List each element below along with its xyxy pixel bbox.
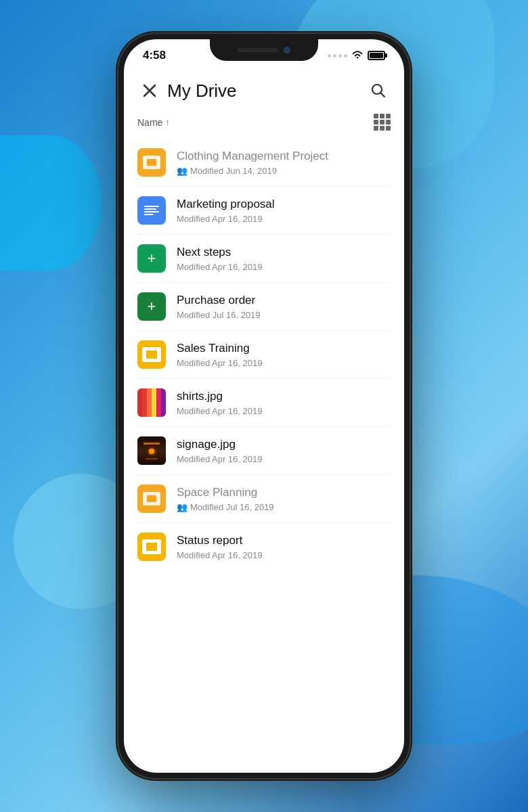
file-name: shirts.jpg	[177, 389, 391, 404]
status-time: 4:58	[143, 49, 166, 62]
sort-button[interactable]: Name ↑	[137, 117, 169, 128]
file-info: Clothing Management Project 👥 Modified J…	[177, 149, 391, 175]
file-meta: 👥 Modified Jun 14, 2019	[177, 166, 391, 176]
list-item[interactable]: signage.jpg Modified Apr 16, 2019	[127, 427, 401, 474]
file-icon-slides-orange	[137, 148, 166, 177]
file-date: Modified Apr 16, 2019	[177, 406, 262, 416]
sort-bar: Name ↑	[124, 111, 404, 139]
file-name: Space Planning	[177, 485, 391, 500]
list-item[interactable]: Sales Training Modified Apr 16, 2019	[127, 331, 401, 378]
file-info: Sales Training Modified Apr 16, 2019	[177, 341, 391, 367]
file-info: signage.jpg Modified Apr 16, 2019	[177, 437, 391, 464]
shared-icon: 👥	[177, 502, 188, 512]
file-icon-slides-orange-2	[137, 484, 166, 513]
file-date: Modified Jul 16, 2019	[190, 502, 274, 512]
file-name: Clothing Management Project	[177, 149, 391, 164]
file-icon-sheets: +	[137, 244, 166, 273]
list-item[interactable]: Space Planning 👥 Modified Jul 16, 2019	[127, 475, 401, 522]
sort-arrow-icon: ↑	[165, 118, 169, 127]
grid-squares-icon	[374, 114, 391, 131]
file-meta: Modified Jul 16, 2019	[177, 310, 391, 320]
file-meta: 👥 Modified Jul 16, 2019	[177, 502, 391, 512]
file-icon-slides-yellow-2	[137, 533, 166, 561]
file-name: Marketing proposal	[177, 197, 391, 212]
file-meta: Modified Apr 16, 2019	[177, 214, 391, 224]
search-button[interactable]	[366, 78, 391, 103]
file-name: signage.jpg	[177, 437, 391, 452]
phone-frame: 4:58	[118, 34, 410, 778]
signal-dot-4	[344, 54, 347, 58]
shirt-image-preview	[137, 388, 166, 417]
signal-dot-2	[333, 54, 336, 58]
sheets-plus-icon: +	[148, 299, 156, 314]
file-info: Status report Modified Apr 16, 2019	[177, 533, 391, 560]
wifi-icon	[351, 50, 364, 62]
file-date: Modified Apr 16, 2019	[177, 214, 262, 224]
header: My Drive	[124, 68, 404, 111]
file-meta: Modified Apr 16, 2019	[177, 550, 391, 560]
file-info: Space Planning 👥 Modified Jul 16, 2019	[177, 485, 391, 512]
file-icon-sheets-dark: +	[137, 292, 166, 321]
file-icon-image-shirts	[137, 388, 166, 417]
list-item[interactable]: Clothing Management Project 👥 Modified J…	[127, 139, 401, 186]
list-item[interactable]: + Purchase order Modified Jul 16, 2019	[127, 283, 401, 330]
file-name: Sales Training	[177, 341, 391, 356]
svg-line-3	[381, 93, 385, 97]
file-date: Modified Apr 16, 2019	[177, 358, 262, 368]
page-title: My Drive	[167, 81, 366, 102]
file-info: Marketing proposal Modified Apr 16, 2019	[177, 197, 391, 223]
grid-view-button[interactable]	[374, 114, 391, 131]
file-meta: Modified Apr 16, 2019	[177, 406, 391, 416]
file-meta: Modified Apr 16, 2019	[177, 358, 391, 368]
signal-dots	[328, 54, 347, 58]
battery-fill	[370, 53, 383, 58]
file-meta: Modified Apr 16, 2019	[177, 262, 391, 272]
list-item[interactable]: Status report Modified Apr 16, 2019	[127, 523, 401, 570]
file-date: Modified Jun 14, 2019	[190, 166, 277, 176]
phone-screen: 4:58	[124, 39, 404, 773]
shared-icon: 👥	[177, 166, 188, 176]
file-info: shirts.jpg Modified Apr 16, 2019	[177, 389, 391, 415]
status-bar: 4:58	[124, 39, 404, 68]
file-info: Next steps Modified Apr 16, 2019	[177, 245, 391, 271]
file-date: Modified Apr 16, 2019	[177, 550, 262, 560]
file-date: Modified Jul 16, 2019	[177, 310, 261, 320]
battery-icon	[368, 51, 385, 60]
close-button[interactable]	[137, 78, 162, 103]
file-date: Modified Apr 16, 2019	[177, 454, 262, 464]
list-item[interactable]: + Next steps Modified Apr 16, 2019	[127, 235, 401, 282]
file-date: Modified Apr 16, 2019	[177, 262, 262, 272]
file-icon-slides-yellow	[137, 340, 166, 369]
file-name: Purchase order	[177, 293, 391, 308]
list-item[interactable]: shirts.jpg Modified Apr 16, 2019	[127, 379, 401, 426]
file-icon-image-signage	[137, 436, 166, 465]
file-name: Next steps	[177, 245, 391, 260]
file-list: Clothing Management Project 👥 Modified J…	[124, 139, 404, 773]
signage-image-preview	[137, 436, 166, 465]
file-info: Purchase order Modified Jul 16, 2019	[177, 293, 391, 319]
file-meta: Modified Apr 16, 2019	[177, 454, 391, 464]
signal-dot-1	[328, 54, 331, 58]
list-item[interactable]: Marketing proposal Modified Apr 16, 2019	[127, 187, 401, 234]
status-icons	[328, 50, 385, 62]
file-name: Status report	[177, 533, 391, 548]
sort-label-text: Name	[137, 117, 162, 128]
signal-dot-3	[338, 54, 342, 58]
sheets-plus-icon: +	[148, 251, 156, 266]
docs-lines	[140, 202, 163, 219]
file-icon-docs	[137, 196, 166, 225]
